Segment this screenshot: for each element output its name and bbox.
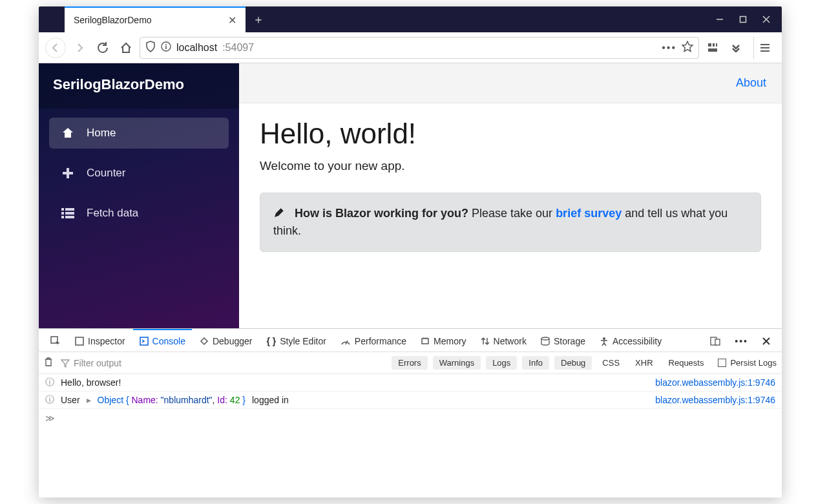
svg-rect-8 [713, 43, 715, 47]
log-source-link[interactable]: blazor.webassembly.js:1:9746 [655, 377, 775, 388]
library-icon[interactable] [703, 38, 722, 58]
tab-console[interactable]: Console [133, 329, 192, 352]
nav-label: Fetch data [87, 207, 138, 220]
svg-rect-1 [740, 17, 746, 23]
info-icon: ⓘ [45, 377, 54, 388]
filter-debug[interactable]: Debug [554, 356, 592, 370]
window-controls [716, 6, 782, 32]
devtools-more-icon[interactable]: ••• [728, 329, 755, 352]
tab-style-editor[interactable]: { }Style Editor [260, 329, 332, 352]
filter-errors[interactable]: Errors [392, 356, 427, 370]
filter-requests[interactable]: Requests [664, 356, 709, 370]
filter-xhr[interactable]: XHR [630, 356, 658, 370]
info-icon: ⓘ [45, 394, 54, 406]
svg-rect-33 [715, 339, 720, 345]
close-tab-icon[interactable]: ✕ [228, 14, 236, 26]
alert-text1: Please take our [468, 207, 556, 220]
menu-button[interactable] [753, 37, 775, 59]
console-log: ⓘ Hello, browser! blazor.webassembly.js:… [39, 374, 782, 498]
main: About Hello, world! Welcome to your new … [239, 63, 782, 328]
tab-inspector[interactable]: Inspector [68, 329, 132, 352]
svg-rect-9 [716, 43, 717, 47]
survey-link[interactable]: brief survey [556, 207, 622, 220]
svg-rect-15 [63, 172, 73, 174]
svg-rect-17 [65, 208, 74, 211]
svg-rect-6 [165, 46, 167, 49]
svg-rect-26 [422, 339, 428, 344]
svg-rect-10 [708, 48, 717, 52]
svg-rect-19 [65, 212, 74, 215]
browser-tab[interactable]: SerilogBlazorDemo ✕ [65, 6, 246, 32]
about-link[interactable]: About [736, 76, 766, 90]
address-bar[interactable]: localhost:54097 ••• [140, 37, 699, 59]
devtools-close-icon[interactable] [756, 329, 777, 352]
filter-warnings[interactable]: Warnings [433, 356, 481, 370]
url-port: :54097 [222, 42, 254, 54]
sidebar: SerilogBlazorDemo Home Counter Fetch dat… [39, 63, 239, 328]
forward-button[interactable] [70, 38, 89, 58]
page-actions-icon[interactable]: ••• [662, 42, 676, 54]
browser-window: SerilogBlazorDemo ✕ ＋ localhost:540 [39, 6, 782, 498]
devtools-picker-icon[interactable] [44, 329, 67, 352]
tab-debugger[interactable]: Debugger [193, 329, 259, 352]
nav-item-home[interactable]: Home [49, 118, 229, 149]
persist-logs-toggle[interactable]: Persist Logs [718, 358, 777, 368]
log-row: ⓘ Hello, browser! blazor.webassembly.js:… [39, 374, 782, 392]
nav-label: Home [87, 127, 116, 140]
info-icon[interactable] [161, 41, 171, 54]
page-lead: Welcome to your new app. [260, 159, 761, 173]
svg-point-30 [541, 337, 549, 340]
log-suffix: logged in [252, 395, 289, 405]
filter-info[interactable]: Info [522, 356, 549, 370]
bookmark-icon[interactable] [682, 41, 693, 55]
tab-network[interactable]: Network [474, 329, 533, 352]
url-host: localhost [176, 42, 217, 54]
nav-item-counter[interactable]: Counter [49, 158, 229, 189]
back-button[interactable] [45, 37, 66, 58]
tab-memory[interactable]: Memory [414, 329, 473, 352]
devtools: Inspector Console Debugger { }Style Edit… [39, 328, 782, 498]
shield-icon[interactable] [145, 41, 156, 55]
svg-rect-7 [708, 43, 711, 47]
plus-icon [61, 167, 75, 179]
close-window-icon[interactable] [762, 16, 770, 23]
svg-rect-16 [61, 208, 64, 211]
nav-label: Counter [87, 167, 125, 180]
tab-storage[interactable]: Storage [534, 329, 592, 352]
topbar: About [239, 63, 782, 103]
overflow-icon[interactable] [726, 38, 746, 58]
tab-performance[interactable]: Performance [334, 329, 413, 352]
filter-logs[interactable]: Logs [486, 356, 517, 370]
responsive-mode-icon[interactable] [704, 329, 727, 352]
log-message: Hello, browser! [61, 377, 121, 388]
svg-point-5 [165, 44, 167, 45]
log-object[interactable]: Object { Name: "nblumhardt", Id: 42 } [98, 395, 246, 405]
console-prompt[interactable]: ≫ [39, 409, 782, 427]
funnel-icon [61, 359, 70, 368]
survey-alert: How is Blazor working for you? Please ta… [260, 193, 761, 252]
list-icon [61, 208, 75, 218]
log-source-link[interactable]: blazor.webassembly.js:1:9746 [655, 395, 775, 405]
alert-strong: How is Blazor working for you? [295, 207, 468, 220]
tab-strip: SerilogBlazorDemo ✕ ＋ [39, 6, 271, 32]
tab-accessibility[interactable]: Accessibility [593, 329, 668, 352]
titlebar: SerilogBlazorDemo ✕ ＋ [39, 6, 782, 32]
page-content: SerilogBlazorDemo Home Counter Fetch dat… [39, 63, 782, 328]
home-button[interactable] [116, 38, 136, 58]
tab-title: SerilogBlazorDemo [74, 15, 152, 25]
nav-item-fetchdata[interactable]: Fetch data [49, 198, 229, 229]
svg-rect-23 [76, 337, 83, 345]
filter-input[interactable]: Filter output [58, 358, 386, 368]
svg-rect-21 [65, 216, 74, 218]
body: Hello, world! Welcome to your new app. H… [239, 103, 782, 266]
new-tab-button[interactable]: ＋ [246, 6, 271, 32]
reload-button[interactable] [93, 38, 112, 58]
maximize-icon[interactable] [739, 16, 747, 23]
log-row: ⓘ User ▸ Object { Name: "nblumhardt", Id… [39, 392, 782, 409]
expand-icon[interactable]: ▸ [87, 395, 91, 405]
trash-icon[interactable] [44, 357, 53, 369]
filter-css[interactable]: CSS [597, 356, 625, 370]
svg-rect-18 [61, 212, 64, 215]
minimize-icon[interactable] [716, 16, 724, 23]
home-icon [61, 127, 75, 140]
